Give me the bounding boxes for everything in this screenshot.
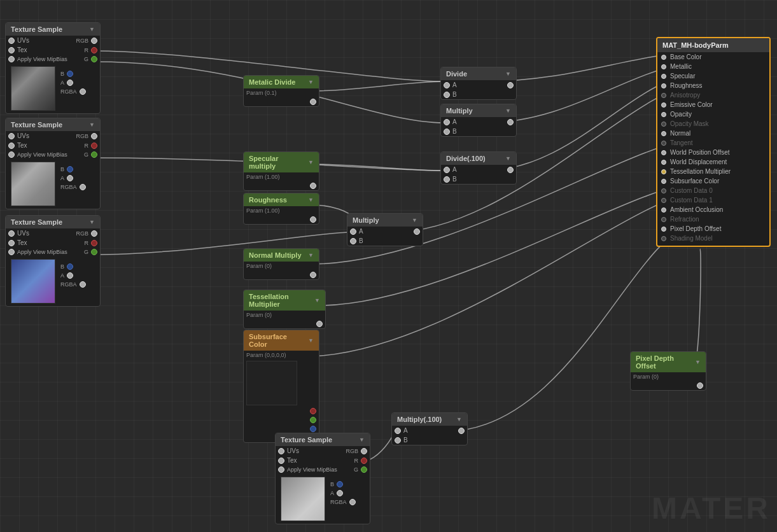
panel-row-roughness: Roughness: [657, 81, 769, 90]
multiply-node-2: Multiply ▼ A B: [347, 213, 423, 246]
multiply-100-header[interactable]: Multiply(.100) ▼: [392, 413, 467, 426]
ts4-outputs-right: B A RGBA: [330, 480, 356, 506]
specular-multiply-header[interactable]: Specular multiply ▼: [244, 152, 319, 172]
divide100-out: [507, 167, 514, 173]
panel-row-subsurface: Subsurface Color: [657, 176, 769, 186]
ts1-b-out: [67, 71, 73, 77]
ts1-tex-label: Tex: [17, 46, 27, 53]
ts1-outputs-right: B A RGBA: [60, 70, 86, 95]
ts4-row-uvs: UVs RGB: [276, 446, 370, 456]
metalic-divide-title: Metalic Divide: [249, 78, 295, 86]
pixel-depth-offset-header[interactable]: Pixel Depth Offset ▼: [631, 352, 706, 372]
normal-multiply-header[interactable]: Normal Multiply ▼: [244, 249, 319, 262]
panel-ao-label: Ambient Occlusion: [670, 206, 723, 213]
texture-sample-1-arrow[interactable]: ▼: [89, 26, 95, 32]
ts4-preview-row: B A RGBA: [276, 474, 370, 524]
multiply2-b-in: [350, 238, 356, 244]
normal-multiply-out: [310, 272, 316, 278]
subsurface-color-sub: Param (0,0,0,0): [246, 352, 286, 358]
texture-sample-node-2: Texture Sample ▼ UVs RGB Tex R Apply Vie…: [5, 118, 101, 209]
panel-row-custom0: Custom Data 0: [657, 186, 769, 195]
ts3-a-out: [67, 272, 73, 279]
ts1-preview-row: B A RGBA: [6, 64, 100, 113]
multiply2-a-in: [350, 228, 356, 235]
mat-panel: MAT_MH-bodyParm Base Color Metallic Spec…: [656, 37, 771, 247]
multiply-node-1: Multiply ▼ A B: [440, 104, 517, 137]
panel-normal-label: Normal: [670, 130, 690, 137]
panel-row-refraction: Refraction: [657, 214, 769, 224]
ts3-row-mip: Apply View MipBias G: [6, 248, 100, 256]
specular-multiply-title: Specular multiply: [249, 155, 305, 170]
ts3-rgb-out: [91, 230, 97, 237]
ts1-preview: [11, 66, 55, 111]
texture-sample-3-header[interactable]: Texture Sample ▼: [6, 216, 100, 228]
texture-sample-node-4: Texture Sample ▼ UVs RGB Tex R Apply Vie…: [275, 433, 370, 524]
texture-sample-node-3: Texture Sample ▼ UVs RGB Tex R Apply Vie…: [5, 215, 101, 307]
tessellation-multiplier-title: Tessellation Multiplier: [249, 293, 312, 308]
panel-specular-label: Specular: [670, 73, 695, 80]
subsurface-dot: [661, 179, 666, 184]
texture-sample-2-arrow[interactable]: ▼: [89, 122, 95, 128]
pixel-depth-offset-node: Pixel Depth Offset ▼ Param (0): [630, 351, 706, 391]
multiply-100-title: Multiply(.100): [397, 416, 442, 423]
metalic-divide-header[interactable]: Metalic Divide ▼: [244, 76, 319, 88]
ts4-preview: [281, 477, 325, 521]
ts2-preview: [11, 162, 55, 206]
divide100-b-in: [444, 176, 450, 183]
emissive-dot: [661, 102, 666, 108]
ts1-a-out: [67, 80, 73, 86]
panel-row-opacity: Opacity: [657, 109, 769, 119]
ts2-g-out: [91, 151, 97, 158]
ts3-rgba-out: [80, 281, 86, 288]
multiply-2-header[interactable]: Multiply ▼: [347, 214, 423, 227]
ao-dot: [661, 207, 666, 213]
ts1-uvs-label: UVs: [17, 37, 29, 44]
opacity-mask-dot: [661, 122, 666, 127]
subsurface-color-header[interactable]: Subsurface Color ▼: [244, 330, 319, 351]
texture-sample-4-title: Texture Sample: [281, 436, 332, 444]
ts3-preview: [11, 259, 55, 304]
panel-custom0-label: Custom Data 0: [670, 187, 713, 194]
texture-sample-2-header[interactable]: Texture Sample ▼: [6, 118, 100, 131]
subsurface-b-out: [310, 426, 316, 432]
panel-subsurface-label: Subsurface Color: [670, 178, 719, 185]
panel-world-disp-label: World Displacement: [670, 158, 727, 165]
roughness-out: [310, 216, 316, 223]
divide-a-in: [444, 82, 450, 88]
refraction-dot: [661, 217, 666, 222]
roughness-header[interactable]: Roughness ▼: [244, 193, 319, 206]
divide-header[interactable]: Divide ▼: [441, 67, 516, 80]
tangent-dot: [661, 141, 666, 146]
normal-dot: [661, 131, 666, 136]
multiply100-b-in: [395, 437, 401, 444]
texture-sample-1-title: Texture Sample: [11, 25, 62, 33]
ts2-a-out: [67, 175, 73, 181]
roughness-sub: Param (1.00): [246, 207, 280, 214]
multiply-1-header[interactable]: Multiply ▼: [441, 104, 516, 117]
multiply1-b-in: [444, 129, 450, 135]
custom1-dot: [661, 198, 666, 203]
metalic-divide-out: [310, 99, 316, 105]
panel-row-opacity-mask: Opacity Mask: [657, 119, 769, 129]
ts3-row-tex: Tex R: [6, 238, 100, 248]
ts4-mip-dot: [278, 466, 284, 473]
texture-sample-1-header[interactable]: Texture Sample ▼: [6, 23, 100, 36]
texture-sample-4-header[interactable]: Texture Sample ▼: [276, 433, 370, 446]
ts1-row-tex: Tex R: [6, 45, 100, 55]
panel-row-custom1: Custom Data 1: [657, 195, 769, 205]
multiply-2-title: Multiply: [353, 216, 379, 224]
tessellation-multiplier-header[interactable]: Tessellation Multiplier ▼: [244, 290, 325, 311]
ts3-g-out: [91, 249, 97, 255]
multiply100-a-in: [395, 428, 401, 434]
ts2-preview-row: B A RGBA: [6, 159, 100, 209]
ts2-row-tex: Tex R: [6, 141, 100, 150]
panel-row-specular: Specular: [657, 71, 769, 81]
ts4-b-out: [337, 481, 343, 487]
ts3-preview-row: B A RGBA: [6, 256, 100, 306]
texture-sample-3-arrow[interactable]: ▼: [89, 219, 95, 225]
panel-shading-label: Shading Model: [670, 235, 713, 242]
texture-sample-node-1: Texture Sample ▼ UVs RGB Tex R Apply Vie…: [5, 22, 101, 114]
ts1-mip-dot: [8, 56, 15, 62]
divide-100-header[interactable]: Divide(.100) ▼: [441, 152, 516, 165]
panel-row-base-color: Base Color: [657, 52, 769, 62]
